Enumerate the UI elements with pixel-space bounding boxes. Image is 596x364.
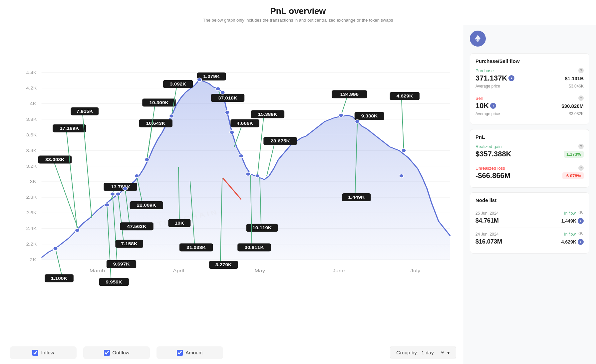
unrealized-loss-badge: -6.078% — [562, 172, 584, 179]
label-9697k: 9.697K — [113, 262, 130, 267]
chart-area-fill — [42, 80, 450, 260]
node-1-values: $4.761M 1.449K ♦ — [475, 217, 584, 224]
chart-dot — [53, 247, 58, 250]
chart-dot — [355, 120, 360, 123]
x-label-march: March — [90, 268, 105, 273]
chevron-down-icon: ▾ — [447, 350, 450, 356]
sell-usd: $30.820M — [561, 103, 584, 109]
purchase-amount: 371.137K ♦ — [475, 74, 514, 83]
node-1-token: 1.449K ♦ — [561, 218, 584, 224]
node-2-header: 24 Jun, 2024 In flow 👁 — [475, 231, 584, 237]
unrealized-loss-value: -$66.866M — [475, 171, 510, 180]
chart-wrapper: 4.4K 4.2K 4K 3.8K 3.6K 3.4K 3.2K 3K 2.8K… — [7, 25, 459, 341]
chart-section: 4.4K 4.2K 4K 3.8K 3.6K 3.4K 3.2K 3K 2.8K… — [0, 25, 463, 364]
label-9959k: 9.959K — [106, 280, 122, 284]
sell-main: 10K ♦ $30.820M — [475, 101, 584, 110]
node-2-values: $16.073M 4.629K ♦ — [475, 238, 584, 245]
y-label-2k: 2K — [30, 258, 37, 262]
chart-dot — [169, 114, 174, 118]
amount-label: Amount — [185, 350, 203, 355]
label-15389k: 15.389K — [258, 112, 277, 116]
inflow-checkbox-input[interactable] — [32, 350, 38, 356]
unrealized-loss-label-row: Unrealized loss ? — [475, 165, 584, 171]
label-134996: 134.996 — [340, 92, 359, 96]
node-2-eth-badge: ♦ — [578, 239, 584, 245]
purchase-sell-section: Purchase/Sell flow Purchase ? 371.137K ♦… — [470, 53, 589, 124]
label-4666k: 4.666K — [237, 121, 253, 125]
label-47563k: 47.563K — [127, 224, 147, 229]
chart-dot — [246, 172, 250, 176]
chart-dot — [110, 192, 115, 196]
x-label-june: June — [333, 268, 345, 273]
y-label-3-8k: 3.8K — [26, 117, 37, 121]
pnl-section: PnL Realized gain ? $357.388K 1.173% — [470, 129, 589, 188]
label-7158k: 7.158K — [121, 242, 138, 246]
chart-dot — [216, 87, 220, 91]
pnl-divider — [475, 162, 584, 162]
x-label-april: April — [173, 268, 184, 273]
y-label-4-4k: 4.4K — [26, 71, 37, 75]
node-2-flow: In flow — [564, 232, 576, 237]
realized-gain-row: Realized gain ? $357.388K 1.173% — [475, 144, 584, 158]
x-label-july: July — [411, 268, 421, 273]
label-17189k: 17.189K — [60, 126, 79, 131]
purchase-row: Purchase ? 371.137K ♦ $1.131B Average pr… — [475, 68, 584, 89]
label-3092k: 3.092K — [170, 82, 186, 87]
chart-dot — [123, 187, 128, 190]
y-label-3-6k: 3.6K — [26, 133, 37, 137]
node-2-hide-icon[interactable]: 👁 — [578, 231, 584, 237]
purchase-main: 371.137K ♦ $1.131B — [475, 74, 584, 83]
realized-gain-help-icon[interactable]: ? — [578, 144, 584, 149]
label-33098k: 33.098K — [45, 158, 65, 162]
chart-svg: 4.4K 4.2K 4K 3.8K 3.6K 3.4K 3.2K 3K 2.8K… — [7, 25, 459, 341]
y-label-2-8k: 2.8K — [26, 195, 37, 200]
label-37018k: 37.018K — [218, 96, 237, 100]
label-1079k: 1.079K — [203, 75, 220, 79]
group-by-selector[interactable]: Group by: 1 day 1 week 1 month ▾ — [390, 346, 456, 359]
chart-dot — [105, 203, 109, 207]
node-1-hide-icon[interactable]: 👁 — [578, 210, 584, 216]
label-30811k: 30.811K — [244, 245, 264, 250]
chart-dot — [197, 78, 202, 82]
chart-dot — [135, 174, 139, 178]
chart-dot — [75, 229, 80, 232]
realized-gain-value: $357.388K — [475, 150, 511, 158]
node-1-header: 25 Jun, 2024 In flow 👁 — [475, 210, 584, 216]
label-1449k: 1.449K — [348, 195, 365, 200]
node-1-eth-badge: ♦ — [578, 218, 584, 224]
page-subtitle: The below graph only includes the transa… — [0, 18, 596, 23]
inflow-checkbox[interactable]: Inflow — [10, 346, 77, 359]
y-label-4-2k: 4.2K — [26, 86, 37, 91]
node-2-token: 4.629K ♦ — [561, 239, 584, 245]
chart-dot — [402, 149, 406, 152]
y-label-2-6k: 2.6K — [26, 211, 37, 215]
label-1100k: 1.100K — [51, 276, 68, 280]
amount-checkbox[interactable]: Amount — [156, 346, 223, 359]
node-list-section: Node list 25 Jun, 2024 In flow 👁 $4.761M… — [470, 192, 589, 254]
group-by-label: Group by: — [396, 350, 418, 355]
sell-amount: 10K ♦ — [475, 101, 496, 110]
outflow-checkbox[interactable]: Outflow — [83, 346, 150, 359]
unrealized-loss-help-icon[interactable]: ? — [578, 165, 584, 171]
y-label-3-4k: 3.4K — [26, 148, 37, 153]
purchase-label: Purchase — [475, 68, 494, 73]
chart-dot — [230, 130, 234, 134]
purchase-avg: Average price $3.046K — [475, 84, 584, 89]
outflow-checkbox-input[interactable] — [104, 350, 110, 356]
svg-line-65 — [402, 96, 404, 151]
purchase-sell-title: Purchase/Sell flow — [475, 58, 584, 64]
node-2-date: 24 Jun, 2024 — [475, 232, 498, 237]
y-label-3-2k: 3.2K — [26, 164, 37, 168]
amount-checkbox-input[interactable] — [177, 350, 183, 356]
content-area: 4.4K 4.2K 4K 3.8K 3.6K 3.4K 3.2K 3K 2.8K… — [0, 25, 596, 364]
y-label-3k: 3K — [30, 180, 37, 184]
group-by-select[interactable]: 1 day 1 week 1 month — [420, 349, 445, 356]
node-1-usd: $4.761M — [475, 217, 499, 224]
sell-help-icon[interactable]: ? — [578, 95, 584, 101]
purchase-help-icon[interactable]: ? — [578, 68, 584, 73]
node-1-flow: In flow — [564, 211, 576, 216]
main-container: PnL overview The below graph only includ… — [0, 0, 596, 364]
node-2-usd: $16.073M — [475, 238, 502, 245]
chart-dot — [220, 91, 225, 94]
label-10309k: 10.309K — [149, 100, 169, 105]
